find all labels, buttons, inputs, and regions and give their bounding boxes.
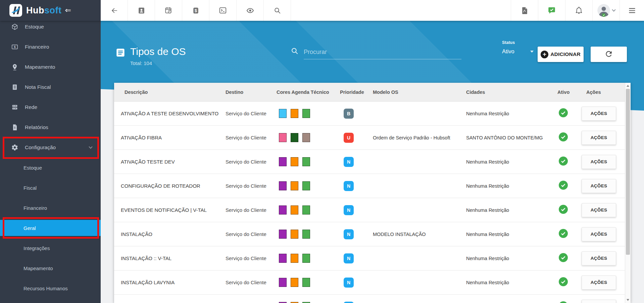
- os-type-description: ATIVAÇÃO TESTE DEV: [121, 159, 226, 165]
- sidebar-subitem-label: Fiscal: [23, 185, 37, 191]
- row-actions-button[interactable]: AÇÕES: [582, 203, 616, 217]
- user-avatar: [597, 4, 610, 17]
- back-icon-button[interactable]: [101, 0, 128, 21]
- contacts-icon-button[interactable]: [128, 0, 155, 21]
- status-value: Ativo: [502, 48, 514, 55]
- chevron-down-icon: [89, 145, 92, 148]
- row-actions-button[interactable]: AÇÕES: [582, 107, 616, 121]
- priority-badge: N: [344, 157, 354, 167]
- color-swatch: [302, 157, 310, 166]
- hubsoft-logo-icon: [9, 4, 22, 17]
- active-check-icon: [558, 137, 568, 143]
- calendar-icon: [164, 6, 173, 15]
- priority-cell: N: [340, 181, 373, 191]
- sidebar-item-relatorios[interactable]: Relatórios: [0, 117, 101, 137]
- row-actions-button[interactable]: AÇÕES: [582, 155, 616, 169]
- row-actions-button[interactable]: AÇÕES: [582, 131, 616, 145]
- search-input[interactable]: [304, 45, 461, 59]
- row-actions-button[interactable]: AÇÕES: [582, 276, 616, 290]
- os-type-description: EVENTOS DE NOTIFICAÇÃO | V-TAL: [121, 207, 226, 213]
- billing-icon-button[interactable]: $: [182, 0, 209, 21]
- actions-cell: AÇÕES: [586, 107, 631, 121]
- search-icon-button[interactable]: [264, 0, 291, 21]
- sidebar-subitem-recursos-humanos[interactable]: Recursos Humanos: [0, 278, 101, 298]
- color-swatch: [291, 109, 298, 118]
- row-actions-button[interactable]: AÇÕES: [582, 300, 616, 303]
- os-type-description: CONFIGURAÇÃO DE ROTEADOR: [121, 183, 226, 189]
- os-types-icon: [116, 48, 125, 57]
- sidebar-subitem-estoque[interactable]: Estoque: [0, 158, 101, 178]
- search-group: [290, 45, 461, 59]
- color-swatch: [291, 230, 298, 239]
- actions-cell: AÇÕES: [586, 300, 631, 303]
- terminal-icon-button[interactable]: [209, 0, 237, 21]
- os-type-destination: Serviço do Cliente: [226, 183, 277, 189]
- active-check-icon: [558, 258, 568, 263]
- view-icon-button[interactable]: [237, 0, 264, 21]
- add-button[interactable]: + ADICIONAR: [538, 47, 584, 62]
- pdf-export-icon-button[interactable]: [511, 0, 538, 21]
- sidebar-item-nota-fiscal[interactable]: Nota Fiscal: [0, 77, 101, 97]
- vertical-scrollbar[interactable]: [625, 83, 631, 303]
- sidebar-item-label: Relatórios: [25, 124, 48, 130]
- sidebar-item-label: Rede: [25, 104, 37, 110]
- color-swatch: [302, 230, 310, 239]
- user-avatar-button[interactable]: [592, 0, 620, 21]
- color-swatch: [291, 181, 298, 190]
- active-check-icon: [558, 185, 568, 191]
- status-select[interactable]: Status Ativo: [502, 40, 534, 55]
- calendar-icon-button[interactable]: [155, 0, 182, 21]
- refresh-button[interactable]: [591, 47, 627, 62]
- sidebar-item-financeiro[interactable]: $Financeiro: [0, 37, 101, 57]
- priority-badge: N: [344, 253, 354, 263]
- priority-badge: N: [344, 181, 354, 191]
- sidebar-subitem-mapeamento[interactable]: Mapeamento: [0, 258, 101, 278]
- cities-restriction: Nenhuma Restrição: [466, 256, 557, 261]
- color-swatch: [302, 278, 310, 287]
- notifications-icon-button[interactable]: [565, 0, 592, 21]
- sidebar-subitem-integracoes[interactable]: Integrações: [0, 238, 101, 258]
- sidebar-item-configuracao[interactable]: Configuração: [0, 137, 101, 158]
- sidebar-subitem-label: Estoque: [23, 165, 42, 171]
- scroll-down-icon[interactable]: [625, 297, 631, 303]
- messages-icon-button[interactable]: [538, 0, 565, 21]
- messages-icon: [547, 6, 556, 15]
- color-swatch: [302, 205, 310, 215]
- priority-cell: N: [340, 205, 373, 215]
- sidebar-item-label: Estoque: [25, 24, 44, 30]
- scroll-up-icon[interactable]: [625, 83, 631, 88]
- sidebar-subitem-fiscal[interactable]: Fiscal: [0, 178, 101, 198]
- actions-cell: AÇÕES: [586, 131, 631, 145]
- table-row: ATIVAÇÃO TESTE DEVServiço do ClienteNNen…: [114, 150, 631, 174]
- row-actions-button[interactable]: AÇÕES: [582, 179, 616, 193]
- sidebar-subitem-financeiro[interactable]: Financeiro: [0, 198, 101, 218]
- scrollbar-thumb[interactable]: [626, 89, 630, 255]
- priority-cell: N: [340, 253, 373, 263]
- back-icon: [110, 6, 118, 15]
- os-type-destination: Serviço do Cliente: [226, 207, 277, 213]
- table-row: INSTALAÇÃO :: V-TALServiço do ClienteNNe…: [114, 246, 631, 270]
- search-icon: [290, 47, 299, 57]
- os-type-destination: Serviço do Cliente: [226, 111, 277, 116]
- cities-restriction: SANTO ANTÔNIO DO MONTE/MG: [466, 135, 557, 140]
- column-header: Cores Agenda Técnico: [277, 89, 340, 95]
- collapse-sidebar-icon[interactable]: ⇐: [65, 6, 71, 15]
- cities-restriction: Nenhuma Restrição: [466, 159, 557, 165]
- column-header: Ativo: [557, 89, 586, 95]
- color-swatch: [302, 254, 310, 263]
- sidebar-subitem-geral[interactable]: Geral: [0, 220, 101, 236]
- column-header: Prioridade: [340, 89, 373, 95]
- sidebar-item-rede[interactable]: Rede: [0, 97, 101, 117]
- os-type-destination: Serviço do Cliente: [226, 255, 277, 261]
- menu-list-icon-button[interactable]: [620, 0, 644, 21]
- column-header: Descrição: [121, 89, 226, 95]
- priority-badge: N: [344, 205, 354, 215]
- column-header: Cidades: [466, 89, 557, 95]
- row-actions-button[interactable]: AÇÕES: [582, 251, 616, 265]
- sidebar-item-label: Financeiro: [25, 44, 49, 50]
- agenda-colors: [277, 230, 340, 239]
- sidebar-item-mapeamento[interactable]: Mapeamento: [0, 57, 101, 77]
- row-actions-button[interactable]: AÇÕES: [582, 227, 616, 241]
- actions-cell: AÇÕES: [586, 276, 631, 290]
- column-header: Modelo OS: [373, 89, 466, 95]
